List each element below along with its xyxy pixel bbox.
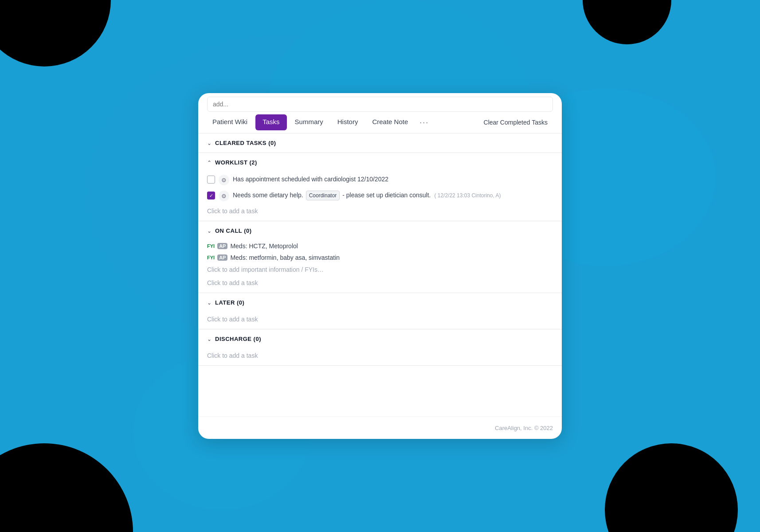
task-text-2: Needs some dietary help. Coordinator - p… bbox=[233, 191, 501, 200]
content-area: ⌄ CLEARED TASKS (0) ⌃ WORKLIST (2) ⚙ Has… bbox=[198, 133, 562, 416]
list-item: FYI AP Meds: HCTZ, Metoprolol bbox=[207, 240, 553, 252]
footer-text: CareAlign, Inc. © 2022 bbox=[495, 425, 553, 431]
table-row: ⚙ Has appointment scheduled with cardiol… bbox=[207, 172, 553, 188]
section-cleared-tasks-header[interactable]: ⌄ CLEARED TASKS (0) bbox=[198, 133, 562, 153]
task-text-1: Has appointment scheduled with cardiolog… bbox=[233, 175, 388, 184]
fyi-text-1: Meds: HCTZ, Metoprolol bbox=[230, 243, 298, 250]
fyi-badge-1: FYI bbox=[207, 243, 215, 249]
on-call-fyi-list: FYI AP Meds: HCTZ, Metoprolol FYI AP Med… bbox=[198, 240, 562, 276]
section-worklist-title: WORKLIST (2) bbox=[215, 159, 257, 166]
section-worklist: ⌃ WORKLIST (2) ⚙ Has appointment schedul… bbox=[198, 153, 562, 221]
worklist-tasks: ⚙ Has appointment scheduled with cardiol… bbox=[198, 172, 562, 204]
section-later-title: LATER (0) bbox=[215, 299, 244, 306]
chevron-up-icon: ⌃ bbox=[207, 160, 212, 166]
tab-patient-wiki[interactable]: Patient Wiki bbox=[205, 112, 255, 133]
section-worklist-header[interactable]: ⌃ WORKLIST (2) bbox=[198, 153, 562, 172]
tab-more-button[interactable]: ··· bbox=[415, 114, 433, 131]
discharge-add-task[interactable]: Click to add a task bbox=[198, 348, 562, 365]
section-discharge-header[interactable]: ⌄ DISCHARGE (0) bbox=[198, 329, 562, 348]
clear-completed-tasks-button[interactable]: Clear Completed Tasks bbox=[477, 115, 555, 129]
ap-badge-2: AP bbox=[217, 254, 227, 261]
later-add-task[interactable]: Click to add a task bbox=[198, 312, 562, 329]
ap-badge-1: AP bbox=[217, 243, 227, 249]
section-discharge: ⌄ DISCHARGE (0) Click to add a task bbox=[198, 329, 562, 366]
tab-summary[interactable]: Summary bbox=[288, 112, 330, 133]
section-on-call-header[interactable]: ⌄ ON CALL (0) bbox=[198, 221, 562, 240]
section-cleared-tasks-title: CLEARED TASKS (0) bbox=[215, 140, 276, 146]
section-later-header[interactable]: ⌄ LATER (0) bbox=[198, 293, 562, 312]
coordinator-badge: Coordinator bbox=[306, 191, 340, 200]
gear-icon-2[interactable]: ⚙ bbox=[219, 191, 229, 201]
table-row: ⚙ Needs some dietary help. Coordinator -… bbox=[207, 188, 553, 204]
section-on-call-title: ON CALL (0) bbox=[215, 227, 252, 234]
on-call-add-fyi[interactable]: Click to add important information / FYI… bbox=[207, 263, 553, 276]
search-input[interactable] bbox=[207, 97, 553, 112]
on-call-add-task[interactable]: Click to add a task bbox=[198, 276, 562, 293]
section-discharge-title: DISCHARGE (0) bbox=[215, 336, 261, 342]
chevron-down-icon: ⌄ bbox=[207, 140, 212, 146]
search-bar-area bbox=[198, 93, 562, 112]
tab-bar: Patient Wiki Tasks Summary History Creat… bbox=[198, 112, 562, 133]
main-card: Patient Wiki Tasks Summary History Creat… bbox=[198, 93, 562, 439]
worklist-add-task[interactable]: Click to add a task bbox=[198, 204, 562, 221]
task-checkbox-1[interactable] bbox=[207, 176, 215, 184]
chevron-down-icon-discharge: ⌄ bbox=[207, 336, 212, 342]
chevron-down-icon-later: ⌄ bbox=[207, 300, 212, 306]
task-meta: ( 12/2/22 13:03 Cintorino, A) bbox=[434, 192, 501, 199]
section-on-call: ⌄ ON CALL (0) FYI AP Meds: HCTZ, Metopro… bbox=[198, 221, 562, 293]
fyi-badge-2: FYI bbox=[207, 255, 215, 260]
tab-create-note[interactable]: Create Note bbox=[365, 112, 415, 133]
footer: CareAlign, Inc. © 2022 bbox=[198, 416, 562, 439]
task-checkbox-2[interactable] bbox=[207, 192, 215, 200]
tab-history[interactable]: History bbox=[330, 112, 365, 133]
list-item: FYI AP Meds: metformin, baby asa, simvas… bbox=[207, 252, 553, 263]
gear-icon-1[interactable]: ⚙ bbox=[219, 175, 229, 185]
fyi-text-2: Meds: metformin, baby asa, simvastatin bbox=[230, 254, 340, 261]
section-later: ⌄ LATER (0) Click to add a task bbox=[198, 293, 562, 329]
chevron-down-icon-oncall: ⌄ bbox=[207, 228, 212, 234]
tab-tasks[interactable]: Tasks bbox=[255, 114, 286, 130]
section-cleared-tasks: ⌄ CLEARED TASKS (0) bbox=[198, 133, 562, 153]
